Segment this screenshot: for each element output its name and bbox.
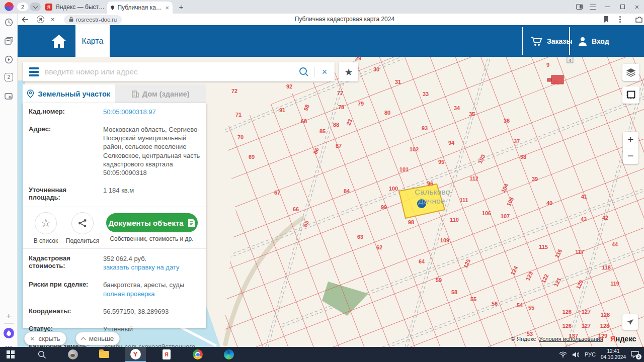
- alice-assistant-icon[interactable]: [4, 328, 14, 338]
- share-icon: [78, 219, 87, 228]
- order-certificate-link[interactable]: заказать справку на дату: [103, 263, 180, 271]
- orders-button[interactable]: Заказы: [531, 25, 572, 57]
- tab-label: Публичная кадастров...: [117, 4, 162, 11]
- taskbar-yandex-browser-active[interactable]: Y: [125, 347, 146, 362]
- history-icon[interactable]: [4, 18, 14, 27]
- notifications-button[interactable]: 2: [631, 351, 639, 358]
- back-icon[interactable]: [22, 15, 29, 24]
- home-button[interactable]: [47, 32, 71, 50]
- wifi-icon[interactable]: [559, 351, 567, 357]
- login-button[interactable]: Вход: [578, 25, 609, 57]
- browser-logo-icon[interactable]: [5, 2, 14, 11]
- document-icon: [188, 218, 195, 227]
- full-check-link[interactable]: полная проверка: [103, 290, 155, 298]
- map-canvas[interactable]: Сальково- Дачное 29303194917292337778798…: [18, 57, 644, 347]
- tab-land-parcel[interactable]: Земельный участок: [23, 84, 115, 103]
- notes-icon[interactable]: [4, 36, 14, 46]
- close-icon: ×: [30, 335, 34, 343]
- address-bar[interactable]: rosreestr-doc.ru: [64, 15, 122, 24]
- taskbar-file-explorer[interactable]: [94, 347, 115, 362]
- object-type-tabs: Земельный участок Дом (здание): [23, 84, 206, 103]
- tab-close-icon[interactable]: ×: [165, 4, 169, 12]
- yandex-logo[interactable]: Яндекс: [610, 335, 636, 343]
- notification-badge: 2: [636, 354, 641, 359]
- language-indicator[interactable]: РУС: [585, 351, 596, 357]
- share-button[interactable]: Поделиться: [63, 212, 102, 244]
- extensions-icon[interactable]: [635, 15, 642, 24]
- new-tab-button[interactable]: +: [176, 2, 186, 12]
- forest-area: [322, 282, 368, 316]
- folder-icon: [99, 351, 109, 358]
- more-options-icon[interactable]: [619, 15, 621, 24]
- browser-side-panel: 2 + •••: [0, 14, 18, 347]
- field-address: Адрес: Московская область, Сергиево-Поса…: [23, 121, 206, 182]
- field-label: Кадастровая стоимость:: [29, 254, 99, 272]
- menu-button[interactable]: [23, 62, 45, 81]
- tab-house-building[interactable]: Дом (здание): [115, 84, 207, 103]
- terms-of-use-link[interactable]: Условия использования: [539, 336, 603, 342]
- collapse-panel-button[interactable]: меньше: [75, 332, 120, 345]
- taskbar-yandex-app[interactable]: Я: [156, 347, 177, 362]
- favorites-button[interactable]: ★: [339, 62, 358, 81]
- taskbar-search-button[interactable]: [31, 347, 52, 362]
- volume-icon[interactable]: [572, 351, 580, 358]
- building-icon: [131, 90, 139, 98]
- tabs-panel-icon[interactable]: 2: [5, 73, 13, 81]
- cart-icon: [531, 36, 543, 46]
- taskbar-app-gimp[interactable]: [62, 347, 84, 362]
- add-to-list-button[interactable]: ☆ В список: [29, 212, 63, 244]
- lock-icon: [69, 17, 73, 22]
- taskbar-chrome[interactable]: [187, 347, 208, 362]
- field-label: Кад.номер:: [29, 108, 99, 116]
- start-button[interactable]: [0, 347, 21, 362]
- zoom-out-button[interactable]: −: [623, 148, 638, 164]
- stop-loading-icon[interactable]: ×: [51, 15, 55, 24]
- documents-button[interactable]: Документы объекта: [106, 213, 198, 232]
- browser-tab-cadastral-active[interactable]: Публичная кадастров... ×: [107, 2, 173, 14]
- bookmark-icon[interactable]: [604, 15, 609, 24]
- hide-panel-button[interactable]: × скрыть: [24, 332, 66, 345]
- tab-map[interactable]: Карта: [75, 25, 110, 57]
- browser-tab-yandex[interactable]: Я Яндекс — быстрый поиск: [45, 2, 106, 12]
- browser-menu-icon[interactable]: [587, 3, 598, 11]
- zoom-in-button[interactable]: +: [623, 132, 638, 148]
- minimize-button[interactable]: [602, 3, 613, 11]
- geolocation-button[interactable]: [622, 314, 638, 330]
- yandex-browser-icon: Y: [130, 349, 141, 359]
- tab-group-count[interactable]: 2: [17, 3, 28, 11]
- yandex-doc-icon: Я: [163, 349, 171, 359]
- action-caption: Поделиться: [63, 237, 102, 244]
- map-attribution: © Яндекс Условия использования Яндекс: [511, 334, 641, 344]
- field-label: Координаты:: [29, 307, 99, 316]
- header-divider: [569, 27, 570, 55]
- measure-area-button[interactable]: [622, 86, 639, 104]
- divider: [23, 248, 206, 249]
- star-outline-icon: ☆: [41, 217, 51, 230]
- header-divider: [522, 27, 523, 55]
- zoom-control: + −: [623, 132, 638, 164]
- home-icon: [50, 34, 67, 49]
- search-input[interactable]: [45, 67, 294, 76]
- site-header: Карта Заказы Вход: [18, 25, 644, 57]
- screenshot-icon[interactable]: [4, 91, 14, 101]
- star-icon: ★: [344, 66, 353, 78]
- search-submit-button[interactable]: [294, 62, 314, 81]
- edge-icon: [224, 349, 234, 359]
- add-panel-icon[interactable]: +: [4, 311, 14, 321]
- chrome-icon: [193, 349, 203, 359]
- search-icon: [299, 67, 309, 77]
- restore-button[interactable]: [617, 3, 628, 11]
- clock[interactable]: 12:4104.10.2024: [601, 348, 626, 361]
- tab-group-chevron-icon[interactable]: [30, 3, 41, 11]
- cad-number-link[interactable]: 50:05:0090318:97: [103, 108, 200, 116]
- layers-button[interactable]: [622, 64, 639, 81]
- yandex-search-icon[interactable]: Я: [37, 15, 44, 24]
- browser-tab-strip: 2 Я Яндекс — быстрый поиск Публичная кад…: [0, 0, 644, 14]
- building-footprint: [547, 75, 564, 84]
- field-label: Уточненная площадь:: [29, 186, 99, 201]
- search-clear-button[interactable]: ×: [314, 62, 335, 81]
- side-panels-icon[interactable]: [574, 3, 585, 11]
- close-button[interactable]: ×: [631, 3, 642, 11]
- video-icon[interactable]: [4, 55, 14, 64]
- taskbar-edge[interactable]: [218, 347, 239, 362]
